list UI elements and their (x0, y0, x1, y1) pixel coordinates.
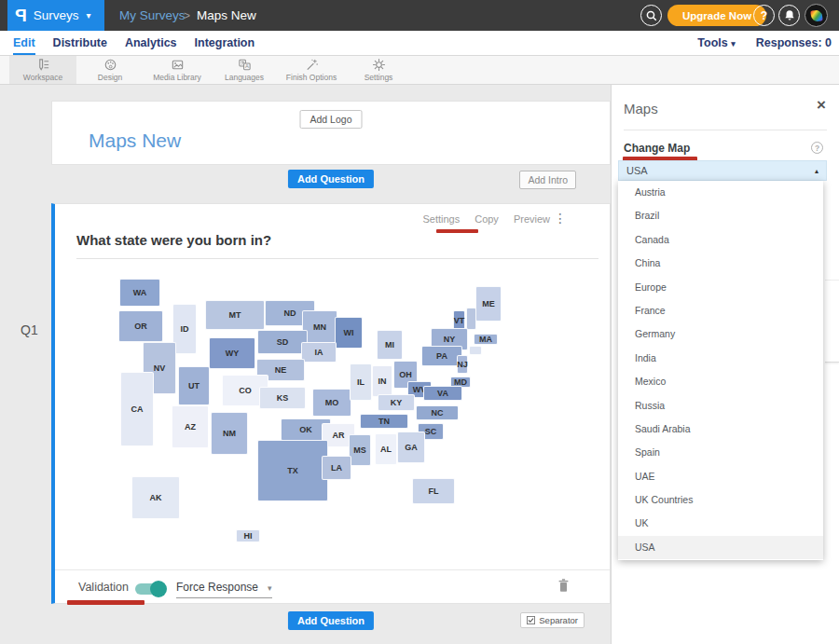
map-state-wy[interactable]: WY (209, 337, 255, 369)
map-state-tx[interactable]: TX (257, 440, 328, 501)
map-option[interactable]: UAE (618, 465, 823, 488)
search-button[interactable] (640, 5, 662, 26)
map-option[interactable]: Brazil (618, 204, 823, 227)
user-avatar[interactable] (805, 4, 828, 27)
map-state-la[interactable]: LA (322, 456, 351, 480)
map-state-va[interactable]: VA (423, 386, 462, 401)
map-state-mi[interactable]: MI (377, 330, 403, 360)
question-text[interactable]: What state were you born in? (76, 232, 271, 248)
map-state-unlabeled[interactable] (466, 308, 476, 330)
question-action-link[interactable]: Preview (514, 213, 550, 225)
maps-settings-panel: Maps × Change Map ? USA ▴ AustriaBrazilC… (611, 85, 839, 644)
map-option[interactable]: China (618, 252, 823, 275)
map-state-ms[interactable]: MS (349, 434, 371, 466)
map-option[interactable]: Germany (618, 322, 823, 346)
nav-tabs: EditDistributeAnalyticsIntegration (13, 31, 254, 55)
close-icon[interactable]: × (817, 96, 826, 115)
map-select[interactable]: USA ▴ (618, 160, 827, 181)
validation-toggle[interactable] (135, 583, 164, 595)
map-state-ks[interactable]: KS (259, 387, 306, 409)
map-state-me[interactable]: ME (475, 286, 502, 322)
map-option[interactable]: UK (618, 512, 823, 535)
map-state-in[interactable]: IN (372, 365, 392, 397)
add-question-button-top[interactable]: Add Question (288, 170, 374, 188)
question-more-menu[interactable]: ⋮ (554, 211, 567, 226)
question-action-link[interactable]: Settings (422, 213, 460, 225)
map-option[interactable]: Russia (618, 394, 823, 418)
map-option[interactable]: Spain (618, 441, 823, 464)
chevron-down-icon: ▾ (86, 10, 90, 21)
map-state-hi[interactable]: HI (236, 529, 260, 542)
nav-tab[interactable]: Analytics (125, 31, 177, 55)
toolbar-item-finish-options[interactable]: Finish Options (278, 56, 345, 84)
map-state-mo[interactable]: MO (312, 389, 351, 417)
trash-icon (557, 578, 571, 594)
help-button[interactable]: ? (753, 5, 775, 26)
map-state-ma[interactable]: MA (474, 334, 498, 345)
map-state-nm[interactable]: NM (211, 412, 248, 455)
toolbar-item-languages[interactable]: A Languages (211, 56, 278, 84)
question-card: SettingsCopyPreview ⋮ What state were yo… (51, 203, 611, 604)
map-state-or[interactable]: OR (118, 310, 163, 342)
toolbar-item-design[interactable]: Design (76, 56, 144, 84)
upgrade-now-button[interactable]: Upgrade Now (667, 5, 766, 26)
survey-title[interactable]: Maps New (89, 130, 181, 152)
map-state-tn[interactable]: TN (360, 414, 408, 429)
delete-question-button[interactable] (557, 578, 571, 597)
map-option[interactable]: Europe (618, 276, 823, 299)
add-logo-button[interactable]: Add Logo (300, 110, 363, 129)
map-option[interactable]: Austria (618, 181, 823, 204)
map-state-ut[interactable]: UT (178, 366, 210, 405)
map-state-ca[interactable]: CA (120, 372, 154, 446)
breadcrumb-parent[interactable]: My Surveys (119, 0, 186, 31)
map-option[interactable]: Saudi Arabia (618, 418, 823, 441)
map-state-wi[interactable]: WI (335, 317, 363, 349)
svg-text:A: A (244, 63, 248, 69)
nav-tab[interactable]: Distribute (53, 31, 107, 55)
map-state-il[interactable]: IL (350, 363, 372, 401)
map-state-wa[interactable]: WA (119, 279, 160, 307)
map-option[interactable]: Canada (618, 228, 823, 252)
red-underline-annotation-validation (67, 600, 144, 605)
toolbar-item-media-library[interactable]: Media Library (144, 56, 211, 84)
question-actions: SettingsCopyPreview (422, 213, 550, 225)
palette-icon (103, 58, 117, 72)
map-state-fl[interactable]: FL (412, 478, 455, 504)
question-text-underline (76, 258, 598, 259)
bell-icon (783, 8, 796, 22)
map-state-nj[interactable]: NJ (457, 355, 468, 374)
map-option[interactable]: UK Countries (618, 488, 823, 512)
map-state-ak[interactable]: AK (131, 476, 180, 519)
map-state-ky[interactable]: KY (378, 394, 415, 411)
map-state-al[interactable]: AL (375, 433, 397, 465)
tools-menu[interactable]: Tools ▾ (697, 36, 735, 49)
map-state-nc[interactable]: NC (416, 405, 459, 420)
toolbar-item-settings[interactable]: Settings (345, 56, 412, 84)
help-circle-icon[interactable]: ? (811, 142, 823, 154)
responses-count[interactable]: Responses: 0 (756, 36, 832, 49)
nav-tab[interactable]: Edit (13, 31, 35, 55)
map-state-ia[interactable]: IA (301, 342, 337, 363)
map-option[interactable]: France (618, 299, 823, 322)
workspace-icon (36, 58, 50, 72)
map-option[interactable]: USA (618, 536, 823, 559)
toolbar-item-workspace[interactable]: Workspace (9, 56, 76, 84)
map-option[interactable]: India (618, 347, 823, 370)
questionpro-survey-editor: P Surveys ▾ My Surveys > Maps New Upgrad… (0, 0, 839, 644)
map-state-ga[interactable]: GA (397, 432, 425, 463)
product-switcher[interactable]: P Surveys ▾ (7, 0, 104, 31)
map-state-mt[interactable]: MT (205, 300, 265, 330)
map-state-az[interactable]: AZ (172, 405, 209, 448)
validation-option-dropdown[interactable]: Force Response▾ (176, 581, 272, 598)
question-action-link[interactable]: Copy (475, 213, 499, 225)
map-options-dropdown: AustriaBrazilCanadaChinaEuropeFranceGerm… (618, 181, 823, 560)
add-intro-button[interactable]: Add Intro (519, 171, 576, 189)
change-map-label: Change Map (624, 142, 690, 155)
map-state-sd[interactable]: SD (257, 330, 308, 354)
add-question-button-bottom[interactable]: Add Question (288, 611, 374, 630)
map-option[interactable]: Mexico (618, 370, 823, 393)
map-state-unlabeled[interactable] (469, 346, 482, 355)
notifications-button[interactable] (778, 5, 800, 26)
nav-tab[interactable]: Integration (195, 31, 255, 55)
separator-toggle[interactable]: Separator (520, 612, 585, 628)
